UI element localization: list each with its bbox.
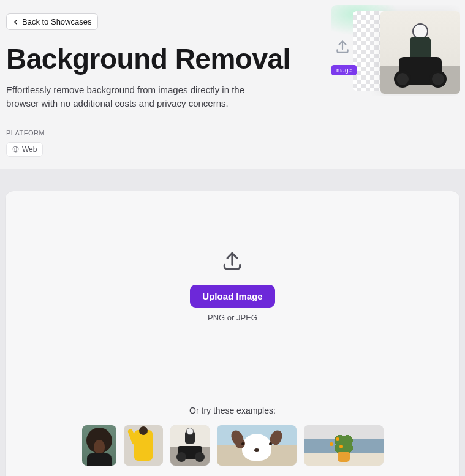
globe-icon — [12, 146, 19, 153]
chevron-left-icon — [13, 19, 19, 25]
upload-icon — [221, 249, 244, 275]
examples-label: Or try these examples: — [82, 406, 384, 415]
page-description: Effortlessly remove background from imag… — [6, 83, 245, 111]
back-label: Back to Showcases — [22, 17, 91, 26]
example-thumbnails-row — [82, 425, 384, 466]
example-thumb-plant[interactable] — [304, 425, 384, 466]
back-to-showcases-button[interactable]: Back to Showcases — [6, 13, 98, 30]
showcase-header: Back to Showcases Background Removal Eff… — [0, 0, 465, 169]
upload-hint: PNG or JPEG — [208, 313, 257, 322]
examples-section: Or try these examples: — [82, 406, 384, 466]
upload-panel: Upload Image PNG or JPEG Or try these ex… — [5, 191, 460, 476]
example-thumb-portrait[interactable] — [82, 425, 116, 466]
example-thumb-motorcycle[interactable] — [170, 425, 210, 466]
platform-chip-web[interactable]: Web — [6, 142, 43, 157]
example-thumb-dog[interactable] — [217, 425, 297, 466]
main-area: Upload Image PNG or JPEG Or try these ex… — [0, 169, 465, 476]
hero-sample-motorcycle — [380, 11, 460, 94]
platform-chip-label: Web — [22, 145, 37, 154]
hero-illustration: mage — [331, 5, 460, 96]
upload-icon — [335, 39, 350, 57]
hero-badge: mage — [331, 65, 357, 75]
upload-dropzone[interactable]: Upload Image PNG or JPEG — [190, 222, 274, 350]
example-thumb-yellow-outfit[interactable] — [124, 425, 163, 466]
platform-section: PLATFORM Web — [6, 129, 459, 157]
platform-section-label: PLATFORM — [6, 129, 459, 137]
upload-image-button[interactable]: Upload Image — [190, 285, 274, 308]
